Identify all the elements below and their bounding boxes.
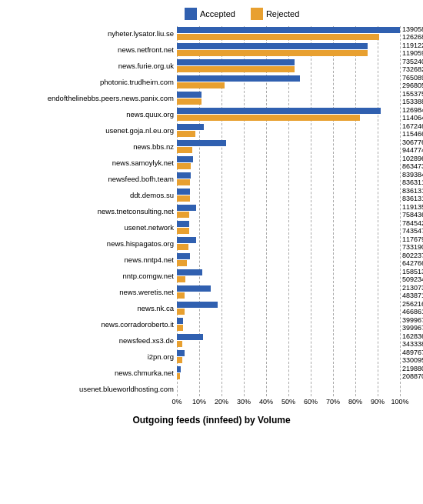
accepted-bar	[177, 124, 204, 130]
rejected-value: 11406474	[402, 115, 423, 122]
legend: Accepted Rejected	[185, 8, 415, 20]
row-label: nyheter.lysator.liu.se	[8, 29, 177, 38]
bar-values: 76508902968058	[402, 75, 423, 90]
row-label: news.netfront.net	[8, 45, 177, 54]
rejected-bar	[177, 212, 189, 218]
rejected-bar	[177, 50, 368, 56]
rejected-value: 399967	[402, 325, 423, 332]
rejected-bar	[177, 325, 183, 331]
rejected-value: 944774	[402, 147, 423, 155]
row-label: news.nntp4.net	[8, 255, 177, 264]
x-axis-label: 40%	[259, 398, 273, 406]
row-label: news.samoylyk.net	[8, 159, 177, 167]
legend-rejected-box	[251, 8, 263, 20]
accepted-bar	[177, 43, 368, 49]
legend-accepted: Accepted	[185, 8, 235, 20]
rejected-value: 208870	[402, 373, 423, 381]
accepted-bar	[177, 366, 181, 372]
table-row: news.chmurka.net219880208870	[8, 365, 415, 380]
x-axis-label: 80%	[348, 398, 362, 406]
bar-values: 3067767944774	[402, 139, 423, 155]
bar-values: 1028968863473	[402, 155, 423, 171]
bar-values: 839384836311	[402, 172, 423, 187]
x-axis-label: 70%	[326, 398, 340, 406]
accepted-bar	[177, 92, 202, 98]
rejected-value: 758436	[402, 212, 423, 219]
row-label: ddt.demos.su	[8, 191, 177, 199]
rejected-value: 642766	[402, 260, 423, 268]
rejected-value: 343338	[402, 341, 423, 349]
rejected-value: 2968058	[402, 82, 423, 90]
row-label: news.nk.ca	[8, 304, 177, 312]
rejected-value: 743547	[402, 228, 423, 235]
table-row: news.bbs.nz3067767944774	[8, 139, 415, 154]
accepted-bar	[177, 205, 196, 211]
table-row: newsfeed.bofh.team839384836311	[8, 172, 415, 186]
rejected-value: 509234	[402, 276, 423, 284]
bar-values: 16724661154668	[402, 123, 423, 139]
rejected-bar	[177, 147, 192, 153]
table-row: newsfeed.xs3.de1628360343338	[8, 333, 415, 348]
x-axis-label: 10%	[192, 398, 206, 406]
table-row: news.nk.ca2562164466861	[8, 301, 415, 315]
rejected-bar	[177, 228, 189, 234]
rejected-bar	[177, 98, 202, 105]
accepted-bar	[177, 350, 185, 356]
accepted-bar	[177, 108, 381, 114]
x-axis-label: 30%	[237, 398, 251, 406]
rejected-bar	[177, 34, 379, 40]
bar-values: 1390580112626867	[402, 26, 423, 42]
row-label: news.furie.org.uk	[8, 62, 177, 70]
rejected-value: 1154668	[402, 131, 423, 139]
accepted-bar	[177, 59, 295, 65]
rejected-bar	[177, 115, 360, 121]
row-label: news.bbs.nz	[8, 142, 177, 151]
accepted-bar	[177, 156, 193, 162]
chart-title: Outgoing feeds (innfeed) by Volume	[8, 415, 415, 426]
table-row: news.quux.org1269844911406474	[8, 107, 415, 122]
rejected-bar	[177, 309, 185, 315]
rejected-value: 7326829	[402, 66, 423, 74]
table-row: news.tnetconsulting.net1191355758436	[8, 204, 415, 219]
table-row: ddt.demos.su836131836131	[8, 188, 415, 202]
table-row: news.furie.org.uk73524027326829	[8, 58, 415, 73]
bar-values: 802237642766	[402, 252, 423, 268]
table-row: news.corradoroberto.it399967399967	[8, 317, 415, 332]
bar-values: 219880208870	[402, 365, 423, 381]
x-axis-label: 100%	[391, 398, 408, 406]
accepted-bar	[177, 334, 203, 340]
legend-rejected: Rejected	[251, 8, 299, 20]
x-axis-label: 60%	[304, 398, 318, 406]
accepted-bar	[177, 253, 190, 259]
x-axis-label: 90%	[371, 398, 385, 406]
table-row: photonic.trudheim.com76508902968058	[8, 75, 415, 89]
bar-values: 15537561533880	[402, 91, 423, 106]
rejected-value: 11905947	[402, 50, 423, 58]
row-label: i2pn.org	[8, 352, 177, 361]
accepted-bar	[177, 318, 183, 324]
rejected-bar	[177, 260, 187, 266]
bar-values: 1269844911406474	[402, 107, 423, 122]
bar-values: 489767330095	[402, 349, 423, 365]
rejected-bar	[177, 276, 185, 282]
rejected-value: 836131	[402, 195, 423, 203]
legend-accepted-box	[185, 8, 197, 20]
bar-values: 1191229711905947	[402, 42, 423, 58]
x-axis-label: 20%	[215, 398, 228, 406]
row-label: newsfeed.xs3.de	[8, 336, 177, 345]
bar-values: 399967399967	[402, 317, 423, 332]
accepted-bar	[177, 189, 190, 195]
legend-rejected-label: Rejected	[266, 9, 299, 18]
rejected-value: 12626867	[402, 34, 423, 42]
rejected-value: 466861	[402, 309, 423, 316]
row-label: usenet.network	[8, 223, 177, 232]
row-label: news.chmurka.net	[8, 369, 177, 377]
bar-values: 1628360343338	[402, 333, 423, 349]
x-axis-label: 0%	[172, 398, 182, 406]
rejected-bar	[177, 373, 180, 379]
bar-values: 784542743547	[402, 220, 423, 235]
x-axis-label: 50%	[281, 398, 295, 406]
accepted-bar	[177, 269, 202, 275]
bar-values: 1176794733190	[402, 236, 423, 252]
bar-values: 1191355758436	[402, 204, 423, 219]
